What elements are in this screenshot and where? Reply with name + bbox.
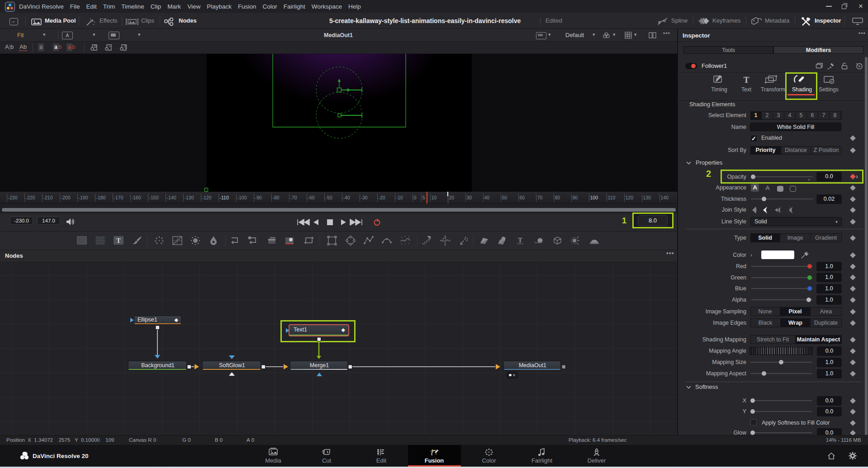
svg-text:T: T	[518, 236, 522, 244]
svg-text:T: T	[744, 75, 749, 85]
svg-text:T: T	[116, 237, 121, 244]
